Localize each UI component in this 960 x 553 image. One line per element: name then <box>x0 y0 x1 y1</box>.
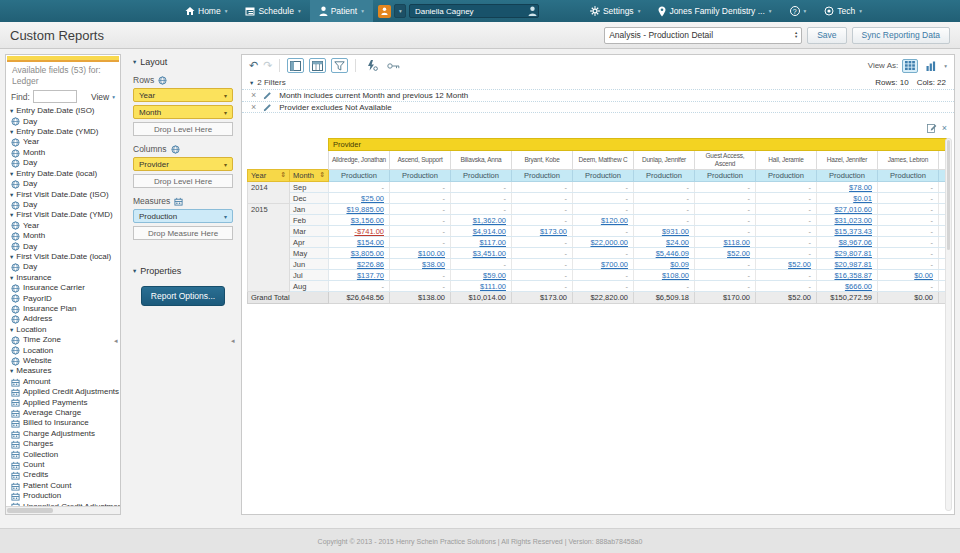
view-as-grid-button[interactable] <box>902 59 918 73</box>
provider-axis-header[interactable]: Provider <box>329 139 948 151</box>
production-value-link[interactable]: $666.00 <box>845 282 872 291</box>
field-group-header[interactable]: ▾First Visit Date.Date (ISO) <box>10 190 116 200</box>
field-item[interactable]: Insurance Carrier <box>10 283 116 293</box>
production-value-link[interactable]: $25.00 <box>361 194 384 203</box>
field-group-header[interactable]: ▾Location <box>10 325 116 335</box>
remove-filter-icon[interactable]: × <box>251 91 256 100</box>
nav-help[interactable]: ? ▾ <box>781 0 816 22</box>
production-value-link[interactable]: $700.00 <box>601 260 628 269</box>
production-value-link[interactable]: $24.00 <box>666 238 689 247</box>
field-item[interactable]: Time Zone <box>10 335 116 345</box>
production-value-link[interactable]: $0.09 <box>670 260 689 269</box>
production-value-link[interactable]: $8,967.06 <box>839 238 872 247</box>
field-item[interactable]: Day <box>10 262 116 272</box>
undo-icon[interactable]: ↶ <box>249 60 258 71</box>
field-item[interactable]: Month <box>10 231 116 241</box>
row-level-chip[interactable]: Year▾ <box>133 88 233 102</box>
field-item[interactable]: Charge Adjustments <box>10 429 116 439</box>
sort-icon[interactable]: ⇕ <box>319 171 325 179</box>
find-input[interactable] <box>33 90 77 103</box>
scrollbar-thumb[interactable] <box>947 140 950 250</box>
field-item[interactable]: Year <box>10 221 116 231</box>
field-group-header[interactable]: ▾First Visit Date.Date (local) <box>10 252 116 262</box>
rows-drop-zone[interactable]: Drop Level Here <box>133 122 233 136</box>
production-value-link[interactable]: $27,010.60 <box>834 205 872 214</box>
close-icon[interactable]: × <box>942 124 947 133</box>
field-item[interactable]: Day <box>10 179 116 189</box>
calculated-values-button[interactable] <box>363 58 380 73</box>
scrollbar-thumb[interactable] <box>7 508 53 513</box>
field-group-header[interactable]: ▾Entry Date.Date (ISO) <box>10 106 116 116</box>
sync-reporting-data-button[interactable]: Sync Reporting Data <box>852 27 950 44</box>
provider-column-header[interactable]: Guest Access, Ascend <box>695 151 756 170</box>
production-value-link[interactable]: $16,358.87 <box>834 271 872 280</box>
nav-location[interactable]: Jones Family Dentistry ... ▾ <box>649 0 780 22</box>
layout-panel-toggle-button[interactable] <box>287 58 304 73</box>
field-item[interactable]: Day <box>10 242 116 252</box>
grid-view-toggle-button[interactable] <box>309 58 326 73</box>
production-value-link[interactable]: $173.00 <box>540 227 567 236</box>
production-value-link[interactable]: $154.00 <box>357 238 384 247</box>
panel-collapse-handle[interactable]: ◂ <box>231 337 235 345</box>
production-value-link[interactable]: $3,805.00 <box>351 249 384 258</box>
field-item[interactable]: Day <box>10 117 116 127</box>
provider-column-header[interactable]: Dunlap, Jennifer <box>634 151 695 170</box>
sort-icon[interactable]: ⇕ <box>280 171 286 179</box>
field-item[interactable]: Count <box>10 460 116 470</box>
remove-filter-icon[interactable]: × <box>251 103 256 112</box>
provider-column-header[interactable]: Hall, Jeramie <box>756 151 817 170</box>
column-level-chip[interactable]: Provider▾ <box>133 157 233 171</box>
edit-filter-icon[interactable] <box>263 91 272 100</box>
provider-column-header[interactable]: Bryant, Kobe <box>512 151 573 170</box>
field-item[interactable]: Billed to Insurance <box>10 418 116 428</box>
production-value-link[interactable]: $3,451.00 <box>473 249 506 258</box>
nav-schedule[interactable]: Schedule ▾ <box>236 0 309 22</box>
field-group-header[interactable]: ▾First Visit Date.Date (YMD) <box>10 210 116 220</box>
field-item[interactable]: Location <box>10 346 116 356</box>
production-value-link[interactable]: $108.00 <box>662 271 689 280</box>
field-item[interactable]: Charges <box>10 439 116 449</box>
nav-patient[interactable]: Patient ▾ <box>310 0 373 22</box>
provider-column-header[interactable]: Alldredge, Jonathan <box>329 151 390 170</box>
field-item[interactable]: Amount <box>10 377 116 387</box>
production-value-link[interactable]: $29,807.81 <box>834 249 872 258</box>
provider-column-header[interactable]: Deem, Matthew C <box>573 151 634 170</box>
field-item[interactable]: Day <box>10 158 116 168</box>
month-sort-header[interactable]: Month⇕ <box>290 170 329 182</box>
production-value-link[interactable]: $118.00 <box>723 238 750 247</box>
nav-settings[interactable]: Settings ▾ <box>581 0 649 22</box>
production-value-link[interactable]: $38.00 <box>422 260 445 269</box>
production-value-link[interactable]: $52.00 <box>788 260 811 269</box>
production-value-link[interactable]: $4,914.00 <box>473 227 506 236</box>
production-value-link[interactable]: $22,000.00 <box>590 238 628 247</box>
year-sort-header[interactable]: Year⇕ <box>248 170 290 182</box>
panel-collapse-handle[interactable]: ◂ <box>114 337 118 345</box>
edit-note-icon[interactable] <box>927 123 937 133</box>
provider-column-header[interactable]: James, Lebron <box>878 151 939 170</box>
field-group-header[interactable]: ▾Entry Date.Date (YMD) <box>10 127 116 137</box>
production-value-link[interactable]: $3,156.00 <box>351 216 384 225</box>
patient-search-input[interactable] <box>409 4 539 18</box>
field-item[interactable]: Applied Payments <box>10 398 116 408</box>
field-group-header[interactable]: ▾Measures <box>10 366 116 376</box>
production-value-link[interactable]: $15,373.43 <box>834 227 872 236</box>
production-value-link[interactable]: $100.00 <box>418 249 445 258</box>
edit-filter-icon[interactable] <box>263 103 272 112</box>
properties-section-toggle[interactable]: ▾ Properties <box>133 266 233 276</box>
field-item[interactable]: Year <box>10 137 116 147</box>
production-value-link[interactable]: $111.00 <box>480 282 506 291</box>
field-item[interactable]: Production <box>10 491 116 501</box>
report-options-button[interactable]: Report Options... <box>141 286 225 306</box>
production-value-link[interactable]: $19,885.00 <box>346 205 384 214</box>
field-group-header[interactable]: ▾Insurance <box>10 273 116 283</box>
measures-drop-zone[interactable]: Drop Measure Here <box>133 226 233 240</box>
nav-home[interactable]: Home ▾ <box>176 0 236 22</box>
row-level-chip[interactable]: Month▾ <box>133 105 233 119</box>
production-value-link[interactable]: $31,023.00 <box>834 216 872 225</box>
provider-column-header[interactable]: Biliavska, Anna <box>451 151 512 170</box>
production-value-link[interactable]: $0.01 <box>853 194 872 203</box>
production-value-link[interactable]: $226.86 <box>357 260 384 269</box>
nav-tech[interactable]: Tech ▾ <box>815 0 871 22</box>
sidebar-horizontal-scrollbar[interactable] <box>6 506 120 514</box>
report-select[interactable]: Analysis - Production Detail ▴▾ <box>604 27 802 44</box>
